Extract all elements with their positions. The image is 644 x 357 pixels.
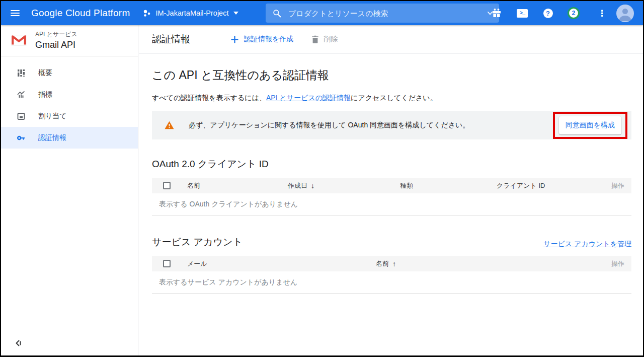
sidebar-section-label: API とサービス: [35, 30, 77, 39]
sidebar-header: API とサービス Gmail API: [1, 25, 138, 56]
delete-button[interactable]: 削除: [311, 35, 338, 44]
main-panel: 認証情報 認証情報を作成 削除 この API と互換性のある認証情報 すべての認…: [139, 25, 643, 355]
sort-asc-icon: ↑: [392, 260, 396, 268]
search-icon: [273, 9, 281, 18]
topbar-actions: >_ ? 2 ⋮: [491, 1, 643, 25]
help-icon[interactable]: ?: [542, 9, 554, 18]
sort-desc-icon: ↓: [311, 182, 314, 190]
sidebar-item-overview[interactable]: 概要: [1, 62, 138, 84]
notification-count: 2: [568, 7, 580, 19]
chevron-down-icon: [233, 12, 238, 15]
service-accounts-header-row: サービス アカウント サービス アカウントを管理: [152, 236, 631, 249]
oauth-warning-banner: 必ず、アプリケーションに関する情報を使用して OAuth 同意画面を構成してくだ…: [152, 111, 631, 139]
sidebar-item-label: 概要: [38, 68, 52, 78]
sidebar-item-credentials[interactable]: 認証情報: [1, 127, 138, 149]
gcp-console-window: Google Cloud Platform IM-JakartaMail-Pro…: [1, 1, 643, 355]
plus-icon: [230, 35, 239, 44]
search-bar[interactable]: [266, 4, 499, 23]
all-credentials-link[interactable]: API とサービスの認証情報: [266, 94, 351, 102]
column-header-created[interactable]: 作成日 ↓: [288, 181, 400, 190]
sidebar-item-quotas[interactable]: 割り当て: [1, 105, 138, 127]
person-icon: [616, 5, 634, 22]
select-all-checkbox[interactable]: [163, 260, 171, 267]
offers-gift-icon[interactable]: [491, 8, 503, 18]
sidebar-item-metrics[interactable]: 指標: [1, 84, 138, 105]
dashboard-icon: [17, 68, 26, 78]
key-icon: [17, 133, 26, 142]
search-input[interactable]: [288, 9, 486, 18]
brand-logo[interactable]: Google Cloud Platform: [31, 8, 130, 19]
top-navigation-bar: Google Cloud Platform IM-JakartaMail-Pro…: [1, 1, 643, 25]
gmail-api-icon: [11, 34, 27, 46]
sidebar-item-label: 割り当て: [38, 112, 67, 121]
credentials-description: すべての認証情報を表示するには、API とサービスの認証情報にアクセスしてくださ…: [152, 93, 443, 103]
oauth-clients-table: 名前 作成日 ↓ 種類 クライアント ID 操作 表示する OAuth クライア…: [152, 178, 631, 216]
oauth-empty-state: 表示する OAuth クライアントがありません: [152, 193, 631, 216]
warning-icon: [165, 121, 174, 129]
column-header-actions: 操作: [596, 259, 631, 268]
service-empty-state: 表示するサービス アカウントがありません: [152, 271, 631, 294]
cloud-shell-icon[interactable]: >_: [516, 9, 528, 18]
red-highlight-annotation: 同意画面を構成: [553, 112, 627, 139]
collapse-sidebar-icon[interactable]: [15, 339, 22, 349]
sidebar-item-label: 認証情報: [38, 133, 66, 142]
column-header-name[interactable]: 名前: [176, 181, 288, 190]
project-selector[interactable]: IM-JakartaMail-Project: [143, 9, 238, 18]
column-header-email[interactable]: メール: [176, 259, 376, 268]
manage-service-accounts-link[interactable]: サービス アカウントを管理: [543, 240, 631, 249]
create-credentials-button[interactable]: 認証情報を作成: [230, 35, 293, 44]
column-header-name[interactable]: 名前 ↑: [376, 259, 596, 268]
account-avatar[interactable]: [616, 5, 634, 22]
sidebar-item-label: 指標: [38, 90, 52, 99]
project-name: IM-JakartaMail-Project: [155, 9, 228, 17]
trash-icon: [311, 35, 319, 44]
oauth-table-header: 名前 作成日 ↓ 種類 クライアント ID 操作: [152, 178, 631, 193]
content-area: この API と互換性のある認証情報 すべての認証情報を表示するには、API と…: [139, 54, 643, 294]
notifications-badge[interactable]: 2: [568, 7, 580, 19]
sidebar: API とサービス Gmail API 概要: [1, 25, 138, 355]
sidebar-api-title: Gmail API: [35, 40, 77, 50]
column-header-actions: 操作: [596, 181, 631, 190]
column-header-client-id[interactable]: クライアント ID: [497, 181, 596, 190]
project-icon: [143, 9, 151, 18]
configure-consent-screen-button[interactable]: 同意画面を構成: [559, 116, 621, 134]
more-options-icon[interactable]: ⋮: [593, 12, 605, 15]
quotas-icon: [17, 112, 26, 121]
page-header: 認証情報 認証情報を作成 削除: [139, 25, 643, 54]
page-title: 認証情報: [152, 33, 190, 46]
warning-text: 必ず、アプリケーションに関する情報を使用して OAuth 同意画面を構成してくだ…: [189, 121, 469, 130]
column-header-type[interactable]: 種類: [400, 181, 497, 190]
compat-heading: この API と互換性のある認証情報: [152, 67, 631, 83]
service-table-header: メール 名前 ↑ 操作: [152, 256, 631, 271]
service-accounts-heading: サービス アカウント: [152, 236, 243, 249]
sidebar-nav: 概要 指標 割り当て: [1, 56, 138, 149]
service-accounts-table: メール 名前 ↑ 操作 表示するサービス アカウントがありません: [152, 256, 631, 294]
select-all-checkbox[interactable]: [163, 182, 171, 189]
metrics-chart-icon: [17, 90, 26, 99]
oauth-clients-heading: OAuth 2.0 クライアント ID: [152, 158, 631, 171]
hamburger-menu-icon[interactable]: [1, 1, 26, 25]
